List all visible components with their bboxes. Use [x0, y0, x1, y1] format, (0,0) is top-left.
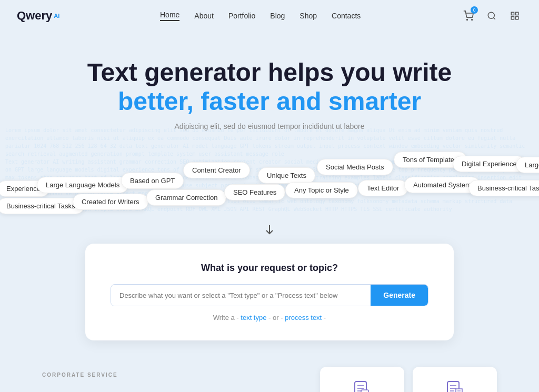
logo-ai: AI [54, 13, 59, 19]
main-nav: Home About Portfolio Blog Shop Contacts [160, 11, 361, 21]
hint-suffix: - [324, 314, 326, 321]
svg-line-3 [493, 17, 495, 19]
svg-rect-13 [361, 390, 368, 392]
tag-item[interactable]: Business-critical Tasks [468, 180, 539, 196]
hero-wrapper: Lorem ipsum dolor sit amet consectetur a… [0, 32, 539, 238]
scroll-down-arrow[interactable] [0, 225, 539, 238]
input-row: Generate [111, 284, 428, 306]
logo[interactable]: QweryAI [17, 9, 59, 23]
svg-rect-6 [511, 17, 514, 19]
svg-point-1 [472, 19, 473, 21]
tag-item[interactable]: SEO Features [224, 184, 285, 200]
card-2: Modern [413, 367, 497, 392]
request-section: What is your request or topic? Generate … [0, 244, 539, 340]
tag-item[interactable]: Any Topic or Style [285, 182, 358, 198]
card-1 [320, 367, 404, 392]
svg-rect-7 [516, 17, 518, 19]
grid-icon[interactable] [507, 8, 522, 23]
tag-item[interactable]: Content Creator [183, 162, 250, 178]
nav-about[interactable]: About [194, 12, 214, 20]
nav-contacts[interactable]: Contacts [332, 12, 361, 20]
cart-icon[interactable]: 0 [461, 8, 476, 23]
text-type-link[interactable]: text type [241, 314, 266, 321]
request-box: What is your request or topic? Generate … [85, 244, 454, 340]
request-input[interactable] [111, 285, 371, 306]
nav-home[interactable]: Home [160, 11, 179, 21]
tag-item[interactable]: Based on GPT [121, 173, 184, 189]
write-hint: Write a - text type - or - process text … [111, 314, 428, 321]
tag-item[interactable]: Large Language Models [37, 177, 128, 193]
tag-item[interactable]: Unique Texts [258, 167, 315, 184]
header: QweryAI Home About Portfolio Blog Shop C… [0, 0, 539, 32]
tag-item[interactable]: Large [516, 157, 539, 173]
tag-item[interactable]: Text Editor [358, 180, 408, 196]
hero-headline-line1: Text generator helps you write [87, 58, 452, 86]
search-icon[interactable] [484, 8, 499, 23]
svg-rect-4 [511, 12, 514, 15]
tag-item[interactable]: Created for Writers [73, 194, 148, 210]
header-icons: 0 [461, 8, 522, 23]
svg-rect-5 [516, 12, 518, 15]
tag-item[interactable]: Business-critical Tasks [0, 198, 84, 214]
svg-point-2 [488, 12, 494, 18]
hero-section: Text generator helps you write better, f… [0, 32, 539, 141]
tag-item[interactable]: Grammar Correction [146, 189, 226, 206]
corporate-label: CORPORATE SERVICE [42, 372, 118, 378]
hint-prefix: Write a - [213, 314, 239, 321]
cart-badge: 0 [471, 6, 478, 14]
nav-blog[interactable]: Blog [270, 12, 285, 20]
tags-area: ExperienceLarge Language ModelsBased on … [0, 152, 539, 215]
hint-sep: - or - [268, 314, 283, 321]
nav-portfolio[interactable]: Portfolio [228, 12, 255, 20]
process-text-link[interactable]: process text [285, 314, 322, 321]
card-1-icon [352, 379, 373, 392]
generate-button[interactable]: Generate [371, 285, 428, 306]
logo-text: Qwery [17, 9, 52, 23]
tags-container: ExperienceLarge Language ModelsBased on … [0, 152, 539, 215]
bottom-section: CORPORATE SERVICE [0, 356, 539, 392]
hero-subtitle: Adipiscing elit, sed do eiusmod tempor i… [11, 122, 528, 130]
svg-point-0 [467, 19, 468, 21]
tag-item[interactable]: Digital Experience [453, 156, 526, 172]
hero-headline-line2: better, faster and smarter [11, 87, 528, 116]
hero-headline: Text generator helps you write better, f… [11, 58, 528, 116]
card-2-icon [444, 379, 465, 392]
nav-shop[interactable]: Shop [300, 12, 317, 20]
request-title: What is your request or topic? [111, 263, 428, 274]
tag-item[interactable]: Social Media Posts [317, 159, 393, 175]
